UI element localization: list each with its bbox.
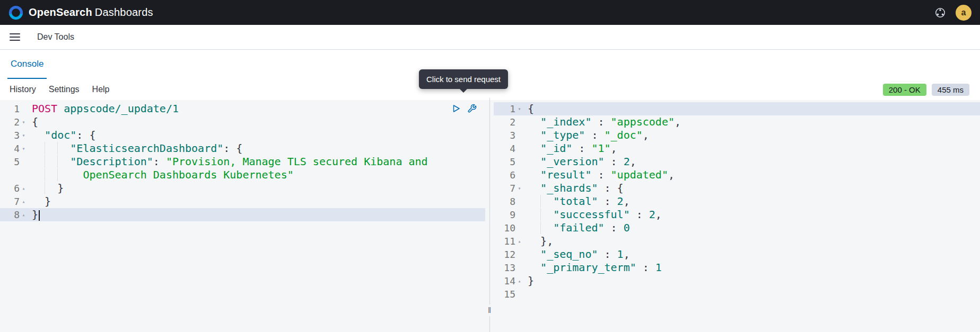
editor-line: 5 "_version" : 2, xyxy=(494,155,980,168)
wrench-icon[interactable] xyxy=(467,104,477,113)
gutter-cell: 1 xyxy=(0,102,28,115)
line-number: 4 xyxy=(14,142,20,155)
fold-spacer xyxy=(515,288,523,301)
fold-end-icon[interactable]: ▴ xyxy=(20,182,28,195)
line-number: 5 xyxy=(14,155,20,182)
code-text: "_seq_no" : 1, xyxy=(523,248,980,261)
editor-line: 13 "_primary_term" : 1 xyxy=(494,261,980,274)
opensearch-logo[interactable]: OpenSearchDashboards xyxy=(8,5,153,20)
editor-line: 4 "_id" : "1", xyxy=(494,142,980,155)
fold-spacer xyxy=(515,261,523,274)
fold-spacer xyxy=(20,155,28,182)
code-text[interactable]: } xyxy=(28,182,485,195)
fold-spacer xyxy=(515,115,523,129)
editor-line: 8 "total" : 2, xyxy=(494,195,980,208)
app-header: OpenSearchDashboards a xyxy=(0,0,980,25)
editor-line: 1▾{ xyxy=(494,102,980,115)
line-number: 13 xyxy=(504,261,515,274)
menu-settings[interactable]: Settings xyxy=(49,85,80,94)
status-badge: 200 - OK xyxy=(883,84,926,96)
fold-spacer xyxy=(515,168,523,182)
editor-line: 3 "_type" : "_doc", xyxy=(494,129,980,142)
send-request-icon[interactable] xyxy=(451,104,461,113)
code-text: "_shards" : { xyxy=(523,182,980,195)
editor-line: 15 xyxy=(494,288,980,301)
code-text[interactable]: POST appscode/_update/1 xyxy=(28,102,485,115)
user-avatar[interactable]: a xyxy=(956,5,972,21)
gutter-cell: 3▾ xyxy=(0,129,28,142)
code-text[interactable]: } xyxy=(28,195,485,208)
response-time-badge: 455 ms xyxy=(932,84,969,96)
text-cursor xyxy=(39,210,40,221)
code-text[interactable]: { xyxy=(28,115,485,129)
gutter-cell: 2 xyxy=(494,115,523,129)
line-number: 11 xyxy=(504,235,515,248)
code-text: "_version" : 2, xyxy=(523,155,980,168)
editor-line: 2 "_index" : "appscode", xyxy=(494,115,980,129)
line-number: 4 xyxy=(510,142,515,155)
gutter-cell: 3 xyxy=(494,129,523,142)
line-number: 8 xyxy=(14,208,20,221)
code-text[interactable]: "doc": { xyxy=(28,129,485,142)
code-text: "_id" : "1", xyxy=(523,142,980,155)
fold-begin-icon[interactable]: ▾ xyxy=(20,142,28,155)
fold-end-icon[interactable]: ▴ xyxy=(20,195,28,208)
code-text[interactable]: } xyxy=(28,208,485,221)
editor-line[interactable]: 7▴ } xyxy=(0,195,485,208)
fold-begin-icon[interactable]: ▾ xyxy=(515,182,523,195)
code-text[interactable]: "Description": "Provision, Manage TLS se… xyxy=(28,155,485,182)
console-menu-group: HistorySettingsHelp xyxy=(10,85,122,94)
fold-spacer xyxy=(515,129,523,142)
editor-line: 7▾ "_shards" : { xyxy=(494,182,980,195)
code-text: "_primary_term" : 1 xyxy=(523,261,980,274)
panel-resizer[interactable]: ‖ xyxy=(485,100,494,332)
fold-end-icon[interactable]: ▴ xyxy=(515,274,523,288)
gutter-cell: 13 xyxy=(494,261,523,274)
app-title: OpenSearchDashboards xyxy=(29,6,153,19)
fold-end-icon[interactable]: ▴ xyxy=(20,208,28,221)
editor-line[interactable]: 4▾ "ElasticsearchDashboard": { xyxy=(0,142,485,155)
editor-line[interactable]: 8▴} xyxy=(0,208,485,221)
fold-begin-icon[interactable]: ▾ xyxy=(20,129,28,142)
panel-resizer-handle[interactable]: ‖ xyxy=(487,304,492,316)
editor-line[interactable]: 6▴ } xyxy=(0,182,485,195)
fold-begin-icon[interactable]: ▾ xyxy=(20,115,28,129)
code-text: "result" : "updated", xyxy=(523,168,980,182)
menu-history[interactable]: History xyxy=(10,85,36,94)
editor-line: 11▴ }, xyxy=(494,235,980,248)
gutter-cell: 9 xyxy=(494,208,523,221)
request-actions xyxy=(451,104,477,113)
code-text: "_index" : "appscode", xyxy=(523,115,980,129)
menu-icon[interactable] xyxy=(10,33,20,41)
line-number: 14 xyxy=(504,274,515,288)
editor-line[interactable]: 1POST appscode/_update/1 xyxy=(0,102,485,115)
editor-line[interactable]: 5 "Description": "Provision, Manage TLS … xyxy=(0,155,485,182)
tab-console[interactable]: Console xyxy=(7,50,47,79)
opensearch-dashboards-console: { "colors": { "header-bg": "#1a1c21", "a… xyxy=(0,0,980,332)
fold-begin-icon[interactable]: ▾ xyxy=(515,102,523,115)
line-number: 3 xyxy=(14,129,20,142)
fold-spacer xyxy=(515,208,523,221)
cluster-icon[interactable] xyxy=(934,7,946,19)
code-text xyxy=(523,288,980,301)
editor-line: 10 "failed" : 0 xyxy=(494,221,980,235)
fold-end-icon[interactable]: ▴ xyxy=(515,235,523,248)
request-editor[interactable]: 1POST appscode/_update/12▾{3▾ "doc": {4▾… xyxy=(0,100,485,332)
gutter-cell: 1▾ xyxy=(494,102,523,115)
console-split-panel: 1POST appscode/_update/12▾{3▾ "doc": {4▾… xyxy=(0,100,980,332)
code-text[interactable]: "ElasticsearchDashboard": { xyxy=(28,142,485,155)
line-number: 12 xyxy=(504,248,515,261)
line-number: 5 xyxy=(510,155,515,168)
editor-line[interactable]: 2▾{ xyxy=(0,115,485,129)
fold-spacer xyxy=(515,221,523,235)
menu-help[interactable]: Help xyxy=(92,85,110,94)
fold-spacer xyxy=(20,102,28,115)
line-number: 1 xyxy=(510,102,515,115)
line-number: 2 xyxy=(14,115,20,129)
response-badges: 200 - OK 455 ms xyxy=(883,84,969,96)
fold-spacer xyxy=(515,142,523,155)
editor-line[interactable]: 3▾ "doc": { xyxy=(0,129,485,142)
gutter-cell: 5 xyxy=(0,155,28,182)
gutter-cell: 4▾ xyxy=(0,142,28,155)
editor-line: 9 "successful" : 2, xyxy=(494,208,980,221)
